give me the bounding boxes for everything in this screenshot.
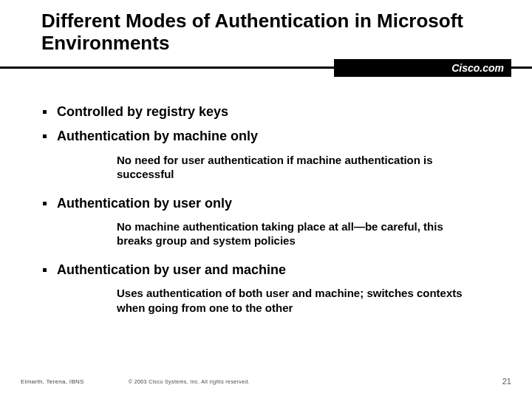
bullet-text: Authentication by machine only (57, 128, 258, 145)
bullet-icon (43, 202, 47, 205)
bullet-item: Controlled by registry keys (43, 103, 502, 120)
bullet-text: Controlled by registry keys (57, 103, 228, 120)
bullet-item: Authentication by user only (43, 195, 502, 212)
footer-copyright: © 2003 Cisco Systems, Inc. All rights re… (84, 379, 502, 384)
bullet-subtext: Uses authentication of both user and mac… (117, 286, 473, 315)
bullet-icon (43, 134, 47, 138)
bullet-icon (43, 268, 47, 272)
footer-left: Elmarth, Terena, IBNS (21, 378, 84, 385)
bullet-subtext: No need for user authentication if machi… (117, 153, 473, 182)
bullet-text: Authentication by user only (57, 195, 232, 212)
bullet-item: Authentication by user and machine (43, 262, 502, 279)
footer: Elmarth, Terena, IBNS © 2003 Cisco Syste… (0, 377, 532, 386)
slide: Different Modes of Authentication in Mic… (0, 0, 532, 399)
bullet-subtext: No machine authentication taking place a… (117, 219, 473, 248)
bullet-item: Authentication by machine only (43, 128, 502, 145)
title-block: Different Modes of Authentication in Mic… (0, 0, 473, 55)
content-area: Controlled by registry keys Authenticati… (0, 78, 532, 316)
bullet-text: Authentication by user and machine (57, 262, 286, 279)
bullet-icon (43, 110, 47, 114)
page-number: 21 (502, 377, 511, 386)
page-title: Different Modes of Authentication in Mic… (41, 10, 473, 55)
divider: Cisco.com (0, 59, 532, 78)
brand-label: Cisco.com (334, 59, 511, 77)
